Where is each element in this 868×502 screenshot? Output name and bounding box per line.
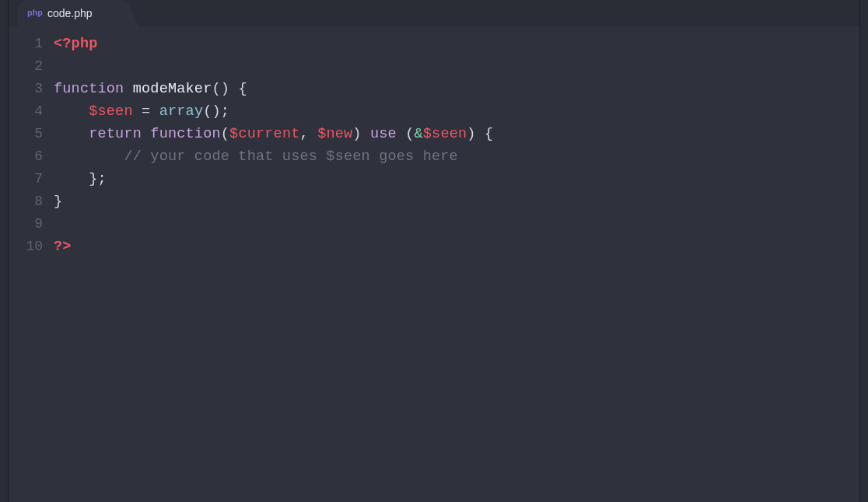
token-var: $new (317, 126, 352, 142)
token-kw: return (89, 126, 142, 142)
tab-label: code.php (47, 7, 93, 19)
token-plain (397, 126, 405, 142)
code-line[interactable]: 3function modeMaker() { (9, 78, 859, 100)
token-var: $current (229, 126, 299, 142)
token-punc: ) (352, 126, 361, 142)
token-plain (309, 126, 317, 142)
code-area[interactable]: 1<?php23function modeMaker() {4 $seen = … (9, 26, 859, 502)
token-plain (54, 148, 124, 165)
token-tag: <? (54, 36, 72, 52)
code-line[interactable]: 10?> (9, 235, 859, 258)
token-plain (54, 103, 89, 120)
token-plain (124, 81, 132, 97)
token-kw: use (370, 126, 397, 142)
token-builtin: array (159, 103, 204, 120)
code-line[interactable]: 4 $seen = array(); (9, 100, 859, 123)
code-content[interactable]: <?php (54, 33, 98, 55)
line-number: 6 (9, 145, 54, 168)
token-punc: () (212, 81, 229, 97)
token-plain (150, 103, 159, 120)
code-content[interactable]: function modeMaker() { (54, 78, 247, 100)
token-punc: { (485, 126, 493, 142)
line-number: 10 (9, 235, 54, 258)
token-punc: }; (89, 171, 107, 187)
token-plain (54, 171, 89, 187)
token-punc: ( (405, 126, 414, 142)
token-punc: (); (203, 103, 229, 120)
line-number: 8 (9, 190, 54, 213)
token-plain (133, 103, 142, 120)
line-number: 7 (9, 168, 54, 190)
code-content[interactable]: }; (54, 168, 107, 190)
token-kw: function (150, 126, 220, 142)
line-number: 4 (9, 100, 54, 123)
token-comment: // your code that uses $seen goes here (124, 148, 457, 165)
code-line[interactable]: 1<?php (9, 33, 859, 55)
tab-bar: php code.php (9, 0, 859, 26)
token-punc: ) (467, 126, 475, 142)
token-var: $seen (89, 103, 133, 120)
code-line[interactable]: 6 // your code that uses $seen goes here (9, 145, 859, 168)
code-line[interactable]: 9 (9, 213, 859, 235)
code-line[interactable]: 5 return function($current, $new) use (&… (9, 123, 859, 145)
editor-frame: php code.php 1<?php23function modeMaker(… (8, 0, 860, 502)
tab-code-php[interactable]: php code.php (18, 0, 122, 26)
token-kw: function (54, 81, 124, 97)
line-number: 1 (9, 33, 54, 55)
token-punc: ( (221, 126, 229, 142)
token-plain (362, 126, 370, 142)
line-number: 2 (9, 55, 54, 78)
token-punc: } (54, 193, 62, 210)
token-op: = (142, 103, 150, 120)
token-tag: ?> (54, 239, 72, 255)
code-line[interactable]: 7 }; (9, 168, 859, 190)
token-plain (142, 126, 150, 142)
code-content[interactable]: ?> (54, 235, 72, 258)
line-number: 3 (9, 78, 54, 100)
php-file-icon: php (29, 9, 41, 18)
code-line[interactable]: 8} (9, 190, 859, 213)
code-line[interactable]: 2 (9, 55, 859, 78)
code-content[interactable]: return function($current, $new) use (&$s… (54, 123, 493, 145)
token-plain (229, 81, 238, 97)
token-fn: modeMaker (133, 81, 212, 97)
token-punc: , (300, 126, 309, 142)
token-plain (476, 126, 485, 142)
line-number: 5 (9, 123, 54, 145)
token-amp: & (415, 126, 423, 142)
code-content[interactable]: // your code that uses $seen goes here (54, 145, 458, 168)
token-var: $seen (423, 126, 467, 142)
code-content[interactable]: } (54, 190, 62, 213)
token-punc: { (238, 81, 247, 97)
token-tag: php (72, 36, 98, 52)
line-number: 9 (9, 213, 54, 235)
code-content[interactable]: $seen = array(); (54, 100, 229, 123)
token-plain (54, 126, 89, 142)
